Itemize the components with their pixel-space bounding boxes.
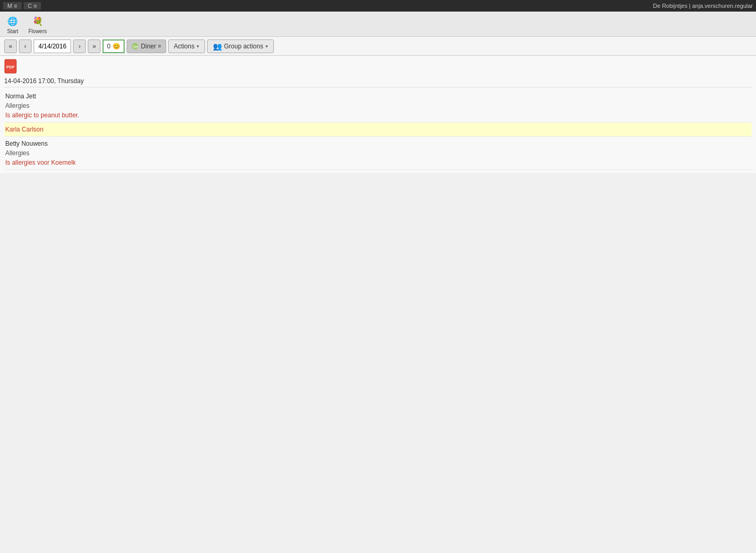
prev-button[interactable]: ‹	[19, 39, 32, 53]
flowers-button[interactable]: 💐 Flowers	[26, 13, 49, 35]
start-button[interactable]: 🌐 Start	[3, 13, 22, 35]
count-emoji-icon: 😊	[113, 43, 120, 50]
client-row: Karla Carlson	[4, 123, 752, 137]
group-actions-icon: 👥	[213, 42, 222, 51]
diner-label: Diner	[141, 43, 156, 50]
c-menu-btn[interactable]: C ≡	[24, 2, 41, 9]
top-bar: M ≡ C ≡ De Robijntjes | anja.verschuren.…	[0, 0, 756, 12]
group-actions-dropdown-arrow-icon: ▾	[265, 44, 268, 49]
start-label: Start	[7, 28, 18, 34]
actions-label: Actions	[174, 43, 195, 50]
count-box: 0 😊	[103, 39, 125, 53]
first-page-button[interactable]: «	[4, 39, 17, 53]
flowers-label: Flowers	[28, 28, 47, 34]
m-menu-btn[interactable]: M ≡	[3, 2, 22, 9]
client-list: Norma Jett Allergies Is allergic to pean…	[4, 89, 752, 170]
diner-menu-icon: ≡	[158, 43, 161, 49]
date-display[interactable]: 4/14/2016	[34, 39, 71, 53]
count-value: 0	[107, 43, 110, 50]
content-area: PDF 14-04-2016 17:00, Thursday Norma Jet…	[0, 56, 756, 173]
svg-text:🍽: 🍽	[133, 44, 138, 49]
group-actions-button[interactable]: 👥 Group actions ▾	[207, 39, 274, 53]
user-info: De Robijntjes | anja.verschuren.regular	[653, 3, 753, 9]
top-bar-left: M ≡ C ≡	[3, 2, 41, 9]
client-note: Is allergic to peanut butter.	[5, 110, 751, 120]
first-page-icon: «	[9, 43, 13, 50]
actions-button[interactable]: Actions ▾	[168, 39, 205, 53]
last-page-icon: »	[93, 43, 96, 50]
diner-button[interactable]: 🍽 Diner ≡	[127, 39, 166, 53]
client-note: Is allergies voor Koemelk	[5, 158, 751, 167]
next-icon: ›	[78, 43, 80, 50]
toolbar: 🌐 Start 💐 Flowers	[0, 12, 756, 37]
client-row: Norma Jett Allergies Is allergic to pean…	[4, 89, 752, 123]
pdf-row: PDF	[4, 59, 752, 75]
prev-icon: ‹	[24, 43, 26, 50]
svg-text:PDF: PDF	[6, 65, 15, 69]
client-category: Allergies	[5, 101, 751, 110]
client-category: Allergies	[5, 148, 751, 158]
actions-dropdown-arrow-icon: ▾	[197, 44, 199, 49]
diner-icon: 🍽	[131, 42, 139, 50]
client-name[interactable]: Norma Jett	[5, 92, 751, 101]
next-button[interactable]: ›	[73, 39, 86, 53]
client-name[interactable]: Betty Nouwens	[5, 139, 751, 148]
start-icon: 🌐	[5, 14, 20, 28]
last-page-button[interactable]: »	[88, 39, 100, 53]
flowers-icon: 💐	[30, 14, 45, 28]
nav-bar: « ‹ 4/14/2016 › » 0 😊 🍽 Diner ≡ Actions …	[0, 37, 756, 56]
group-actions-label: Group actions	[224, 43, 263, 50]
client-row: Betty Nouwens Allergies Is allergies voo…	[4, 137, 752, 170]
date-heading: 14-04-2016 17:00, Thursday	[4, 77, 752, 87]
pdf-export-button[interactable]: PDF	[4, 59, 17, 74]
client-name[interactable]: Karla Carlson	[5, 125, 751, 134]
